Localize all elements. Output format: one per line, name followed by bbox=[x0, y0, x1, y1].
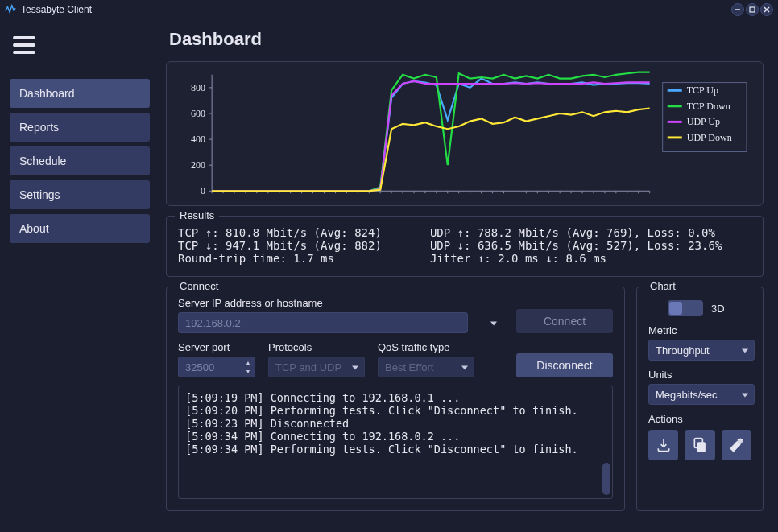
qos-label: QoS traffic type bbox=[378, 341, 474, 353]
svg-text:400: 400 bbox=[191, 134, 205, 145]
port-label: Server port bbox=[178, 341, 255, 353]
log-output[interactable]: [5:09:19 PM] Connecting to 192.168.0.1 .… bbox=[178, 386, 613, 499]
results-right: UDP ↑: 788.2 Mbit/s (Avg: 769), Loss: 0.… bbox=[430, 226, 722, 265]
sidebar-item-about[interactable]: About bbox=[10, 214, 150, 243]
nav-list: DashboardReportsScheduleSettingsAbout bbox=[10, 79, 150, 243]
results-legend: Results bbox=[175, 209, 219, 221]
toggle-3d-label: 3D bbox=[711, 303, 725, 315]
sidebar: DashboardReportsScheduleSettingsAbout bbox=[0, 19, 161, 532]
host-label: Server IP address or hostname bbox=[178, 297, 503, 309]
results-panel: Results TCP ↑: 810.8 Mbit/s (Avg: 824) T… bbox=[166, 216, 764, 277]
svg-text:800: 800 bbox=[191, 82, 205, 93]
units-select[interactable]: Megabits/sec bbox=[648, 384, 755, 405]
svg-text:600: 600 bbox=[191, 108, 205, 119]
close-button[interactable] bbox=[760, 3, 773, 16]
connect-panel: Connect Server IP address or hostname Co… bbox=[166, 287, 625, 511]
clear-button[interactable] bbox=[722, 430, 751, 460]
sidebar-item-schedule[interactable]: Schedule bbox=[10, 146, 150, 175]
throughput-chart: 0200400600800TCP UpTCP DownUDP UpUDP Dow… bbox=[166, 61, 764, 206]
chart-options-panel: Chart 3D Metric Throughput Units Megabit… bbox=[636, 287, 764, 511]
disconnect-button[interactable]: Disconnect bbox=[516, 353, 613, 377]
hamburger-icon[interactable] bbox=[13, 32, 150, 58]
sidebar-item-dashboard[interactable]: Dashboard bbox=[10, 79, 150, 108]
metric-select[interactable]: Throughput bbox=[648, 340, 755, 361]
svg-text:200: 200 bbox=[191, 159, 205, 171]
port-step-up[interactable]: ▲ bbox=[242, 358, 254, 367]
download-button[interactable] bbox=[648, 430, 678, 460]
maximize-button[interactable] bbox=[746, 3, 759, 16]
minimize-button[interactable] bbox=[731, 3, 744, 16]
svg-text:0: 0 bbox=[201, 185, 205, 196]
svg-text:UDP Down: UDP Down bbox=[687, 132, 732, 143]
scrollbar-thumb[interactable] bbox=[602, 463, 610, 495]
svg-text:UDP Up: UDP Up bbox=[687, 116, 720, 127]
actions-label: Actions bbox=[648, 413, 751, 425]
results-left: TCP ↑: 810.8 Mbit/s (Avg: 824) TCP ↓: 94… bbox=[178, 226, 382, 265]
proto-select[interactable]: TCP and UDP bbox=[268, 357, 365, 377]
proto-label: Protocols bbox=[268, 341, 365, 353]
sidebar-item-reports[interactable]: Reports bbox=[10, 113, 150, 142]
app-icon bbox=[5, 4, 16, 15]
connect-legend: Connect bbox=[175, 280, 223, 292]
qos-select[interactable]: Best Effort bbox=[378, 357, 474, 377]
sidebar-item-settings[interactable]: Settings bbox=[10, 180, 150, 209]
units-label: Units bbox=[648, 369, 751, 381]
metric-label: Metric bbox=[648, 324, 751, 336]
page-title: Dashboard bbox=[169, 29, 764, 50]
connect-button[interactable]: Connect bbox=[516, 309, 613, 333]
chart-legend: Chart bbox=[645, 280, 681, 292]
host-input[interactable] bbox=[178, 312, 468, 333]
title-bar: Tessabyte Client bbox=[0, 0, 778, 19]
svg-rect-1 bbox=[750, 7, 755, 12]
copy-button[interactable] bbox=[685, 430, 714, 460]
window-title: Tessabyte Client bbox=[21, 4, 92, 15]
svg-text:TCP Up: TCP Up bbox=[687, 85, 718, 96]
port-step-down[interactable]: ▼ bbox=[242, 367, 254, 376]
toggle-3d[interactable] bbox=[668, 300, 703, 316]
svg-text:TCP Down: TCP Down bbox=[687, 101, 730, 112]
